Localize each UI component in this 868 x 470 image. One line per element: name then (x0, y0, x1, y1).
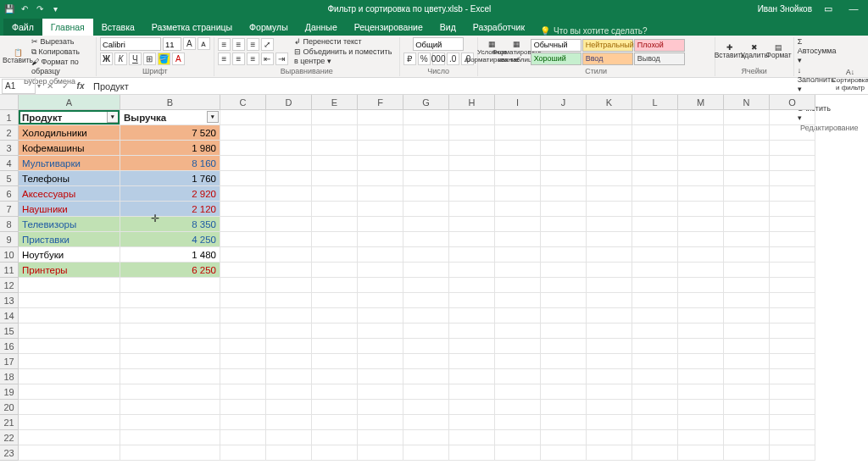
cell[interactable] (403, 415, 449, 430)
column-header[interactable]: B (120, 95, 220, 110)
orientation-icon[interactable]: ⤢ (261, 38, 274, 51)
cell[interactable] (587, 400, 632, 415)
cell[interactable] (358, 369, 403, 384)
bold-button[interactable]: Ж (100, 53, 113, 65)
indent-increase-icon[interactable]: ⇥ (275, 53, 288, 65)
cell[interactable] (678, 445, 724, 461)
border-button[interactable]: ⊞ (143, 53, 156, 65)
cell[interactable] (495, 110, 541, 125)
cell[interactable] (19, 354, 120, 369)
cell[interactable] (724, 339, 770, 354)
cell[interactable] (358, 400, 403, 415)
cell[interactable] (632, 369, 678, 384)
cell[interactable] (358, 430, 403, 445)
tab-formulas[interactable]: Формулы (241, 19, 297, 36)
cell[interactable] (632, 186, 678, 202)
cell[interactable] (312, 202, 358, 217)
cell[interactable] (724, 445, 770, 461)
cell[interactable] (312, 156, 358, 171)
cell[interactable] (632, 217, 678, 232)
cell[interactable]: Ноутбуки (19, 247, 120, 263)
row-header[interactable]: 13 (0, 293, 19, 308)
cell[interactable] (312, 400, 358, 415)
percent-icon[interactable]: % (418, 53, 431, 65)
row-header[interactable]: 3 (0, 141, 19, 156)
cell[interactable] (358, 354, 403, 369)
cell[interactable] (358, 232, 403, 247)
cell[interactable] (266, 384, 312, 400)
cell[interactable] (120, 445, 220, 461)
cell[interactable] (541, 400, 587, 415)
cell[interactable] (312, 354, 358, 369)
row-header[interactable]: 22 (0, 430, 19, 445)
cell[interactable] (770, 125, 815, 141)
cell[interactable] (358, 339, 403, 354)
cell[interactable] (266, 430, 312, 445)
cell[interactable] (770, 369, 815, 384)
cell[interactable] (770, 278, 815, 293)
tab-view[interactable]: Вид (431, 19, 465, 36)
row-header[interactable]: 16 (0, 339, 19, 354)
cell[interactable] (541, 202, 587, 217)
cell[interactable] (495, 430, 541, 445)
cell[interactable] (312, 293, 358, 308)
column-header[interactable]: C (220, 95, 266, 110)
style-cell[interactable]: Вывод (634, 53, 685, 65)
cell[interactable] (495, 263, 541, 278)
cell[interactable] (495, 125, 541, 141)
qat-customize-icon[interactable]: ▾ (49, 3, 61, 14)
cell[interactable] (724, 202, 770, 217)
cell[interactable] (403, 445, 449, 461)
spreadsheet-grid[interactable]: ABCDEFGHIJKLMNO 123456789101112131415161… (0, 95, 868, 470)
cell[interactable] (358, 308, 403, 323)
tab-insert[interactable]: Вставка (93, 19, 143, 36)
cell[interactable] (495, 323, 541, 339)
filter-dropdown-icon[interactable]: ▾ (107, 111, 119, 123)
cell[interactable] (312, 141, 358, 156)
cell[interactable] (678, 125, 724, 141)
cell[interactable] (724, 369, 770, 384)
cell[interactable] (587, 445, 632, 461)
cell[interactable] (724, 293, 770, 308)
cell[interactable] (770, 263, 815, 278)
cell[interactable] (220, 186, 266, 202)
cell[interactable] (19, 445, 120, 461)
cell[interactable] (449, 247, 495, 263)
cell[interactable]: 2 120 (120, 202, 220, 217)
cell[interactable] (587, 354, 632, 369)
cell[interactable] (678, 354, 724, 369)
cell[interactable] (632, 293, 678, 308)
redo-icon[interactable]: ↷ (34, 3, 46, 14)
cell[interactable] (266, 141, 312, 156)
cell[interactable] (495, 354, 541, 369)
cell[interactable]: 1 980 (120, 141, 220, 156)
decrease-font-icon[interactable]: ᴀ (198, 37, 210, 50)
cell[interactable] (19, 384, 120, 400)
cell[interactable] (678, 171, 724, 186)
cell[interactable] (19, 308, 120, 323)
cell[interactable] (541, 263, 587, 278)
cell[interactable] (678, 202, 724, 217)
cell[interactable] (220, 156, 266, 171)
cell[interactable] (403, 141, 449, 156)
cell[interactable] (266, 323, 312, 339)
cell[interactable] (495, 202, 541, 217)
cell[interactable] (266, 171, 312, 186)
indent-decrease-icon[interactable]: ⇤ (261, 53, 274, 65)
cell[interactable] (587, 186, 632, 202)
cell[interactable] (541, 354, 587, 369)
cell[interactable] (266, 354, 312, 369)
cell[interactable] (120, 430, 220, 445)
font-name-input[interactable] (100, 37, 161, 51)
user-name[interactable]: Иван Знойков (758, 4, 812, 14)
merge-center-button[interactable]: ⊟ Объединить и поместить в центре ▾ (294, 47, 396, 66)
cell[interactable] (632, 232, 678, 247)
cell[interactable] (266, 308, 312, 323)
cell[interactable] (541, 384, 587, 400)
cell[interactable] (120, 323, 220, 339)
cell[interactable] (587, 171, 632, 186)
format-painter-button[interactable]: 🖌 Формат по образцу (31, 58, 92, 76)
cell[interactable] (266, 400, 312, 415)
accept-formula-icon[interactable]: ✓ (58, 79, 73, 94)
cell[interactable] (587, 430, 632, 445)
